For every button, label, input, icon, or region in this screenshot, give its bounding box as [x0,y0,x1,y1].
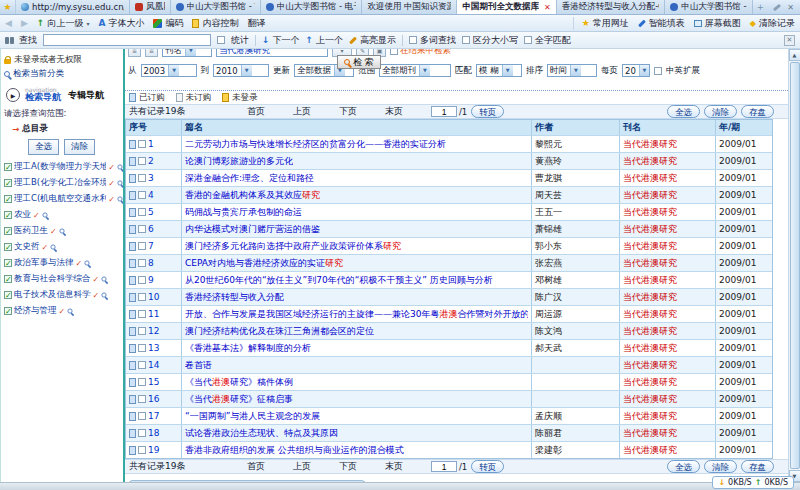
cn-en-checkbox[interactable] [654,67,662,75]
category-search-icon[interactable] [51,244,56,249]
category-checkbox[interactable]: ✓ [4,163,12,171]
per-page-select[interactable]: 20 [622,64,650,77]
whole-word-checkbox[interactable] [524,36,532,44]
journal-name-link[interactable]: 当代港澳研究 [623,427,677,440]
article-title-link[interactable]: 二元劳动力市场与快速增长经济区的贫富分化——香港的实证分析 [185,138,446,151]
up-level-button[interactable]: ↑ 向上一级 ▾ [37,17,90,30]
browser-tab[interactable]: 中山大学图书馆 - 电子资源 [261,0,363,14]
page-number-input[interactable] [431,461,457,472]
search-button[interactable]: 检 索 [337,55,381,69]
sidebar-category[interactable]: ✓理工C(机电航空交通水利建筑能源)✓ [4,193,123,205]
journal-name-link[interactable]: 当代港澳研究 [623,206,677,219]
category-checkbox[interactable]: ✓ [4,227,12,235]
article-title-link[interactable]: 香港非政府组织的发展 公共组织与商业运作的混合模式 [185,444,404,457]
find-next-button[interactable]: ↓下一个 [262,34,300,47]
match-select[interactable]: 模 糊 [476,64,522,77]
clear-button[interactable]: 清除 [64,139,95,155]
row-checkbox[interactable] [138,225,146,233]
author-name[interactable]: 周天芸 [535,189,562,202]
category-search-icon[interactable] [102,276,107,281]
match-case-option[interactable]: 区分大小写 [462,34,518,47]
sidebar-category[interactable]: ✓电子技术及信息科学✓ [4,289,123,301]
sidebar-category[interactable]: ✓理工A(数学物理力学天地生)✓ [4,161,123,173]
row-checkbox[interactable] [138,191,146,199]
journal-name-link[interactable]: 当代港澳研究 [623,291,677,304]
journal-name-link[interactable]: 当代港澳研究 [623,138,677,151]
category-checkbox[interactable]: ✓ [4,291,12,299]
row-checkbox[interactable] [138,140,146,148]
search-in-results-checkbox[interactable] [390,49,398,55]
multi-word-checkbox[interactable] [409,36,417,44]
first-page-link[interactable]: 首页 [247,105,265,118]
font-size-button[interactable]: A 字体大小 [98,17,144,30]
logic-operator-select[interactable]: ≡ [128,49,141,57]
sidebar-category[interactable]: ✓文史哲✓ [4,241,123,253]
category-checkbox[interactable]: ✓ [4,275,12,283]
row-checkbox[interactable] [138,361,146,369]
favorite-sites-button[interactable]: ★常用网址 [582,17,629,30]
prev-page-link[interactable]: 上页 [293,105,311,118]
category-search-icon[interactable] [102,292,107,297]
row-checkbox[interactable] [138,395,146,403]
author-name[interactable]: 黄燕玲 [535,155,562,168]
browser-tab[interactable]: 中国期刊全文数据库✕ [457,0,556,14]
content-control-button[interactable]: 内容控制 [192,17,238,30]
last-page-link[interactable]: 末页 [385,460,403,473]
article-title-link[interactable]: 码佣战与贵宾厅承包制的命运 [185,206,302,219]
whole-word-option[interactable]: 全字匹配 [524,34,571,47]
article-title-link[interactable]: 从20世纪60年代的“放任主义”到70年代的“积极不干预主义” 历史回顾与分析 [185,274,493,287]
play-circle-icon[interactable]: ▶ [6,88,20,102]
sidebar-category[interactable]: ✓教育与社会科学综合✓ [4,273,123,285]
journal-name-link[interactable]: 当代港澳研究 [623,274,677,287]
journal-name-link[interactable]: 当代港澳研究 [623,376,677,389]
sidebar-category[interactable]: ✓政治军事与法律✓ [4,257,123,269]
article-title-link[interactable]: 《当代港澳研究》稿件体例 [185,376,293,389]
category-search-icon[interactable] [59,228,64,233]
sidebar-category[interactable]: ✓农业✓ [4,209,123,221]
article-title-link[interactable]: 内华达模式对澳门赌厅营运的借鉴 [185,223,320,236]
jump-page-button[interactable]: 转页 [471,105,504,118]
autofill-button[interactable]: 智能填表 [638,17,685,30]
journal-name-link[interactable]: 当代港澳研究 [623,444,677,457]
author-name[interactable]: 王五一 [535,206,562,219]
last-page-link[interactable]: 末页 [385,105,403,118]
author-name[interactable]: 郭小东 [535,240,562,253]
browser-tab[interactable]: http://my.sysu.edu.cn/eps... [16,0,130,14]
journal-name-link[interactable]: 当代港澳研究 [623,257,677,270]
clear-records-button[interactable]: 清除 [704,460,737,473]
row-checkbox[interactable] [138,327,146,335]
window-close-icon[interactable]: ✕ [787,3,794,12]
article-title-link[interactable]: 卷首语 [185,359,212,372]
category-search-icon[interactable] [117,196,122,201]
range-select[interactable]: 全部期刊 [379,64,451,77]
logic-operator-select[interactable]: ≡ [145,49,158,57]
author-name[interactable]: 黎熙元 [535,138,562,151]
select-all-records-button[interactable]: 全选 [667,460,700,473]
save-records-button[interactable]: 存盘 [741,460,774,473]
author-name[interactable]: 陈文鸿 [535,325,562,338]
journal-name-link[interactable]: 当代港澳研究 [623,325,677,338]
tab-search-navigation[interactable]: 检索导航 [25,93,61,102]
author-name[interactable]: 陈丽君 [535,427,562,440]
find-close-icon[interactable]: ✕ [784,35,795,46]
row-checkbox[interactable] [138,310,146,318]
find-prev-button[interactable]: ↑上一个 [306,34,344,47]
row-checkbox[interactable] [138,208,146,216]
row-checkbox[interactable] [138,378,146,386]
article-title-link[interactable]: 开放、合作与发展是我国区域经济运行的主旋律——兼论30年粤港澳合作暨对外开放的启… [185,308,528,321]
journal-name-link[interactable]: 当代港澳研究 [623,189,677,202]
encoding-button[interactable]: 编码 [153,17,183,30]
article-title-link[interactable]: 《当代港澳研究》征稿启事 [185,393,293,406]
vertical-scrollbar[interactable]: ▲ ▼ [788,49,800,482]
row-checkbox[interactable] [138,293,146,301]
category-search-icon[interactable] [85,260,90,265]
category-checkbox[interactable]: ✓ [4,307,12,315]
article-title-link[interactable]: 论澳门博彩旅游业的多元化 [185,155,293,168]
save-records-button[interactable]: 存盘 [741,105,774,118]
journal-name-link[interactable]: 当代港澳研究 [623,223,677,236]
article-title-link[interactable]: 《香港基本法》解释制度的分析 [185,342,311,355]
browser-tab[interactable]: 凤凰网 [130,0,170,14]
screenshot-button[interactable]: 屏幕截图 [694,17,741,30]
browser-tab[interactable]: 中山大学图书馆 - 首 页 [171,0,261,14]
scrollbar-thumb[interactable] [790,62,800,469]
